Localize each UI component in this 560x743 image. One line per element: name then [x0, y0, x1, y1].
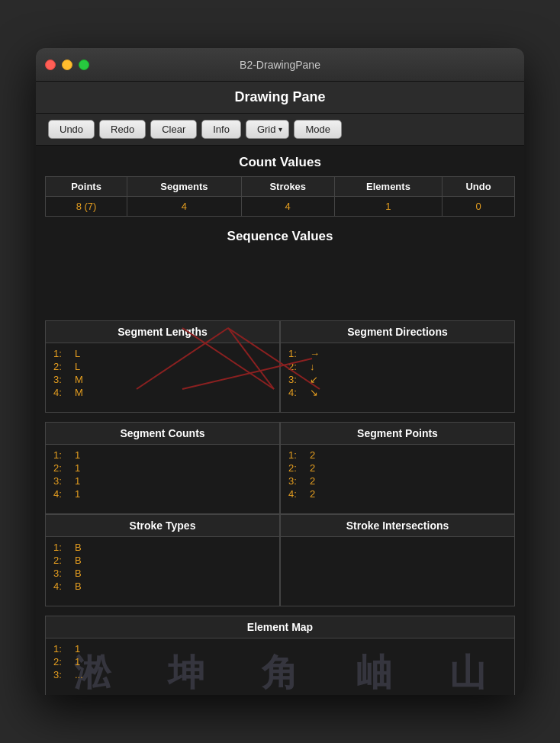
list-item: 3: ↙ — [288, 374, 507, 385]
element-map-body: 淞 坤 角 岫 山 1: 1 2: 1 — [46, 638, 514, 695]
list-item: 2: B — [53, 555, 272, 566]
element-map-section: Element Map 淞 坤 角 岫 山 1: 1 — [45, 616, 515, 695]
minimize-button[interactable] — [62, 60, 72, 70]
stroke-types-body: 1: B 2: B 3: B 4: B — [46, 537, 279, 606]
element-map-title: Element Map — [46, 616, 514, 638]
col-header-elements: Elements — [334, 177, 442, 197]
segment-middle-row: Segment Counts 1: 1 2: 1 3: 1 — [45, 422, 515, 514]
list-item: 1: → — [288, 348, 507, 359]
stroke-row: Stroke Types 1: B 2: B 3: B — [45, 514, 515, 606]
segment-directions-body: 1: → 2: ↓ 3: ↙ — [281, 343, 514, 412]
list-item: 4: B — [53, 581, 272, 592]
list-item: 1: 1 — [53, 643, 507, 655]
count-values-title: Count Values — [45, 155, 515, 170]
close-button[interactable] — [45, 60, 56, 70]
drawing-container: Segment Lengths 1: L 2: L 3: — [45, 320, 515, 413]
val-strokes: 4 — [241, 197, 334, 217]
content-area: Count Values Points Segments Strokes Ele… — [36, 146, 524, 695]
app-header-title: Drawing Pane — [234, 89, 325, 105]
list-item: 3: 2 — [288, 475, 507, 487]
stroke-intersections-section: Stroke Intersections — [280, 514, 515, 606]
list-item: 2: ↓ — [288, 361, 507, 372]
list-item: 3: 1 — [53, 475, 272, 487]
window-title: B2-DrawingPane — [240, 59, 320, 71]
val-elements: 1 — [334, 197, 442, 217]
list-item: 1: 2 — [288, 449, 507, 461]
col-header-undo: Undo — [443, 177, 515, 197]
info-button[interactable]: Info — [201, 120, 241, 139]
stroke-types-title: Stroke Types — [46, 515, 279, 537]
list-item: 1: 1 — [53, 449, 272, 461]
sequence-section: Sequence Values Segment Lengths — [45, 229, 515, 695]
count-values-section: Count Values Points Segments Strokes Ele… — [45, 155, 515, 217]
segment-counts-title: Segment Counts — [46, 423, 279, 445]
segment-points-body: 1: 2 2: 2 3: 2 4: 2 — [281, 445, 514, 513]
mode-button[interactable]: Mode — [294, 120, 342, 139]
segment-top-row: Segment Lengths 1: L 2: L 3: — [45, 320, 515, 413]
undo-button[interactable]: Undo — [48, 120, 95, 139]
segment-lengths-section: Segment Lengths 1: L 2: L 3: — [45, 320, 280, 413]
list-item: 1: L — [53, 348, 272, 359]
stroke-types-section: Stroke Types 1: B 2: B 3: B — [45, 514, 280, 606]
list-item: 3: B — [53, 568, 272, 579]
list-item: 3: ... — [53, 669, 507, 680]
segment-lengths-title: Segment Lengths — [46, 321, 279, 343]
list-item: 2: 1 — [53, 656, 507, 667]
list-item: 2: L — [53, 361, 272, 372]
list-item: 4: 1 — [53, 488, 272, 500]
stroke-intersections-body — [281, 537, 514, 606]
maximize-button[interactable] — [79, 60, 89, 70]
count-values-row: 8 (7) 4 4 1 0 — [46, 197, 515, 217]
col-header-strokes: Strokes — [241, 177, 334, 197]
count-table: Points Segments Strokes Elements Undo 8 … — [45, 176, 515, 217]
val-segments: 4 — [127, 197, 241, 217]
list-item: 4: ↘ — [288, 387, 507, 398]
segment-directions-section: Segment Directions 1: → 2: ↓ 3: — [280, 320, 515, 413]
traffic-lights — [45, 60, 89, 70]
app-header: Drawing Pane — [36, 82, 524, 114]
segment-lengths-body: 1: L 2: L 3: M — [46, 343, 279, 412]
segment-counts-body: 1: 1 2: 1 3: 1 4: 1 — [46, 445, 279, 513]
chevron-down-icon: ▾ — [278, 125, 282, 133]
clear-button[interactable]: Clear — [150, 120, 197, 139]
list-item: 2: 2 — [288, 462, 507, 474]
toolbar: Undo Redo Clear Info Grid ▾ Mode — [36, 114, 524, 146]
list-item: 3: M — [53, 374, 272, 385]
list-item: 4: 2 — [288, 488, 507, 500]
segment-points-title: Segment Points — [281, 423, 514, 445]
val-points: 8 (7) — [46, 197, 127, 217]
col-header-segments: Segments — [127, 177, 241, 197]
segment-directions-title: Segment Directions — [281, 321, 514, 343]
titlebar: B2-DrawingPane — [36, 48, 524, 82]
redo-button[interactable]: Redo — [99, 120, 146, 139]
list-item: 4: M — [53, 387, 272, 398]
element-map-subsection: Element Map 淞 坤 角 岫 山 1: 1 — [45, 616, 515, 695]
list-item: 1: B — [53, 542, 272, 553]
main-window: B2-DrawingPane Drawing Pane Undo Redo Cl… — [36, 48, 524, 695]
sequence-values-title: Sequence Values — [45, 229, 515, 244]
list-item: 2: 1 — [53, 462, 272, 474]
segment-points-section: Segment Points 1: 2 2: 2 3: 2 — [280, 422, 515, 514]
val-undo: 0 — [443, 197, 515, 217]
grid-button[interactable]: Grid ▾ — [246, 120, 290, 139]
stroke-intersections-title: Stroke Intersections — [281, 515, 514, 537]
segment-counts-section: Segment Counts 1: 1 2: 1 3: 1 — [45, 422, 280, 514]
col-header-points: Points — [46, 177, 127, 197]
